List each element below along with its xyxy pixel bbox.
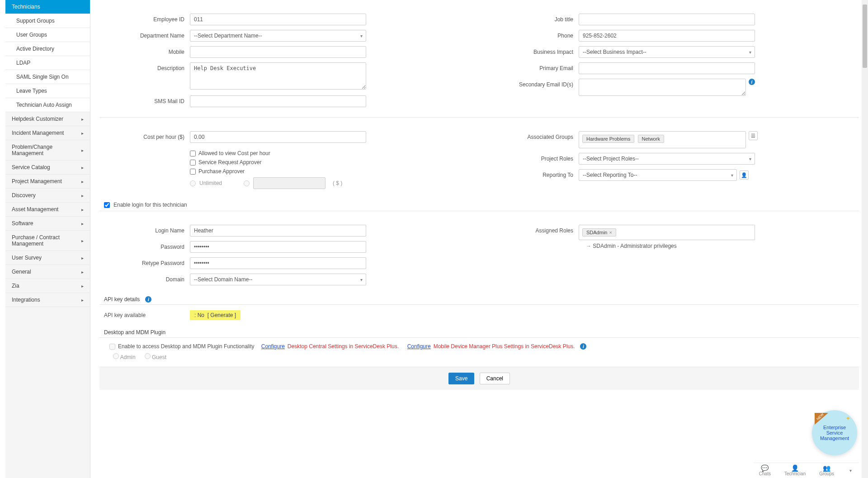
department-select[interactable]: --Select Department Name-- [190, 30, 366, 42]
retype-password-input[interactable] [190, 257, 366, 269]
scrollbar-track[interactable] [862, 0, 868, 478]
sidebar-item-project-management[interactable]: Project Management▸ [5, 175, 90, 189]
job-title-input[interactable] [579, 14, 755, 25]
sidebar-item-saml-single-sign-on[interactable]: SAML Single Sign On [5, 70, 90, 84]
label-project-roles: Project Roles [488, 153, 579, 162]
reporting-to-select[interactable]: --Select Reporting To-- [579, 169, 737, 181]
primary-email-input[interactable] [579, 62, 755, 74]
sidebar-item-user-groups[interactable]: User Groups [5, 28, 90, 42]
label-reporting-to: Reporting To [488, 169, 579, 178]
info-icon[interactable]: i [580, 343, 586, 350]
secondary-email-textarea[interactable] [579, 79, 746, 96]
sidebar-item-label: Problem/Change Management [12, 144, 81, 156]
enable-login-checkbox[interactable] [104, 202, 110, 208]
sidebar-item-problem-change-management[interactable]: Problem/Change Management▸ [5, 140, 90, 161]
sidebar-item-leave-types[interactable]: Leave Types [5, 84, 90, 98]
business-impact-select[interactable]: --Select Business Impact-- [579, 46, 755, 58]
sidebar-item-general[interactable]: General▸ [5, 265, 90, 279]
enable-plugin-label: Enable to access Desktop and MDM Plugin … [118, 343, 254, 350]
phone-input[interactable] [579, 30, 755, 42]
password-input[interactable] [190, 241, 366, 253]
label-secondary-email: Secondary Email ID(s) [488, 79, 579, 88]
sidebar-item-incident-management[interactable]: Incident Management▸ [5, 126, 90, 140]
chevron-right-icon: ▸ [81, 148, 84, 153]
star-icon: ✦ [845, 415, 851, 422]
guest-radio [145, 353, 151, 359]
sidebar-item-asset-management[interactable]: Asset Management▸ [5, 203, 90, 217]
sidebar-item-software[interactable]: Software▸ [5, 217, 90, 231]
sidebar-item-integrations[interactable]: Integrations▸ [5, 293, 90, 307]
dock-groups[interactable]: 👥Groups [819, 465, 834, 476]
sr-approver-checkbox-row[interactable]: Service Request Approver [190, 159, 470, 166]
sidebar-item-technicians[interactable]: Technicians [5, 0, 90, 14]
employee-id-input[interactable] [190, 14, 366, 25]
purchase-approver-checkbox[interactable] [190, 169, 196, 175]
info-icon[interactable]: i [749, 79, 755, 85]
chevron-right-icon: ▸ [81, 207, 84, 212]
group-tag[interactable]: Hardware Problems [582, 135, 634, 143]
sidebar-item-label: Project Management [12, 178, 62, 185]
role-tag[interactable]: SDAdmin× [582, 228, 616, 237]
sidebar-item-ldap[interactable]: LDAP [5, 56, 90, 70]
main-form: Employee ID Department Name --Select Dep… [90, 0, 868, 478]
groups-picker-icon[interactable]: ☰ [749, 131, 758, 140]
info-icon[interactable]: i [145, 296, 151, 303]
sidebar-item-label: Support Groups [16, 18, 55, 24]
assigned-roles-box[interactable]: SDAdmin× [579, 225, 755, 240]
sidebar-item-purchase-contract-management[interactable]: Purchase / Contract Management▸ [5, 231, 90, 251]
view-cost-checkbox-row[interactable]: Allowed to view Cost per hour [190, 150, 470, 156]
unlimited-label: Unlimited [199, 180, 222, 186]
purchase-approver-checkbox-row[interactable]: Purchase Approver [190, 168, 470, 175]
sidebar-item-active-directory[interactable]: Active Directory [5, 42, 90, 56]
dock-chats[interactable]: 💬Chats [759, 465, 771, 476]
api-available-label: API key available [104, 312, 190, 318]
label-business-impact: Business Impact [488, 46, 579, 55]
group-tag[interactable]: Network [638, 135, 664, 143]
associated-groups-box[interactable]: Hardware Problems Network [579, 131, 746, 148]
sr-approver-checkbox[interactable] [190, 160, 196, 166]
project-roles-select[interactable]: --Select Project Roles-- [579, 153, 755, 165]
reporting-to-picker-icon[interactable]: 👤 [740, 170, 749, 180]
sidebar-item-technician-auto-assign[interactable]: Technician Auto Assign [5, 98, 90, 112]
view-cost-checkbox[interactable] [190, 151, 196, 156]
sms-mail-input[interactable] [190, 95, 366, 107]
sidebar-item-label: Service Catalog [12, 164, 50, 170]
sidebar-item-service-catalog[interactable]: Service Catalog▸ [5, 161, 90, 175]
sidebar-item-helpdesk-customizer[interactable]: Helpdesk Customizer▸ [5, 112, 90, 126]
sidebar-item-zia[interactable]: Zia▸ [5, 279, 90, 293]
sidebar-item-label: User Survey [12, 255, 42, 261]
configure-desktop-link[interactable]: Configure [261, 343, 285, 350]
label-domain: Domain [99, 274, 190, 283]
plugin-heading: Desktop and MDM Plugin [104, 329, 165, 336]
configure-mdm-link[interactable]: Configure [407, 343, 431, 350]
api-details-heading: API key details [104, 296, 140, 303]
esm-badge[interactable]: NEW ✦ Enterprise Service Management [812, 410, 857, 455]
sidebar-item-discovery[interactable]: Discovery▸ [5, 189, 90, 203]
sidebar-item-support-groups[interactable]: Support Groups [5, 14, 90, 28]
chevron-right-icon: ▸ [81, 298, 84, 303]
limit-suffix: ( $ ) [333, 180, 342, 186]
save-button[interactable]: Save [448, 373, 474, 384]
label-cost-per-hour: Cost per hour ($) [99, 131, 190, 140]
dock-collapse-icon[interactable]: ▾ [848, 468, 854, 473]
sidebar-item-user-survey[interactable]: User Survey▸ [5, 251, 90, 265]
remove-role-icon[interactable]: × [609, 230, 612, 235]
mobile-input[interactable] [190, 46, 366, 58]
sr-approver-label: Service Request Approver [198, 159, 261, 166]
sidebar-item-label: Purchase / Contract Management [12, 234, 81, 247]
guest-radio-row: Guest [145, 353, 166, 360]
generate-api-key-link[interactable]: [ Generate ] [208, 312, 236, 318]
sidebar: TechniciansSupport GroupsUser GroupsActi… [5, 0, 90, 478]
scrollbar-thumb[interactable] [863, 5, 867, 68]
dock-technician[interactable]: 👤Technician [784, 465, 806, 476]
label-department: Department Name [99, 30, 190, 39]
sidebar-item-label: Software [12, 220, 33, 227]
cancel-button[interactable]: Cancel [480, 373, 510, 384]
domain-select[interactable]: --Select Domain Name-- [190, 274, 366, 285]
sidebar-item-label: Helpdesk Customizer [12, 116, 63, 122]
enable-plugin-checkbox [109, 344, 115, 350]
login-name-input[interactable] [190, 225, 366, 237]
chevron-right-icon: ▸ [81, 131, 84, 136]
description-textarea[interactable]: Help Desk Executive [190, 62, 366, 90]
cost-per-hour-input[interactable] [190, 131, 366, 143]
